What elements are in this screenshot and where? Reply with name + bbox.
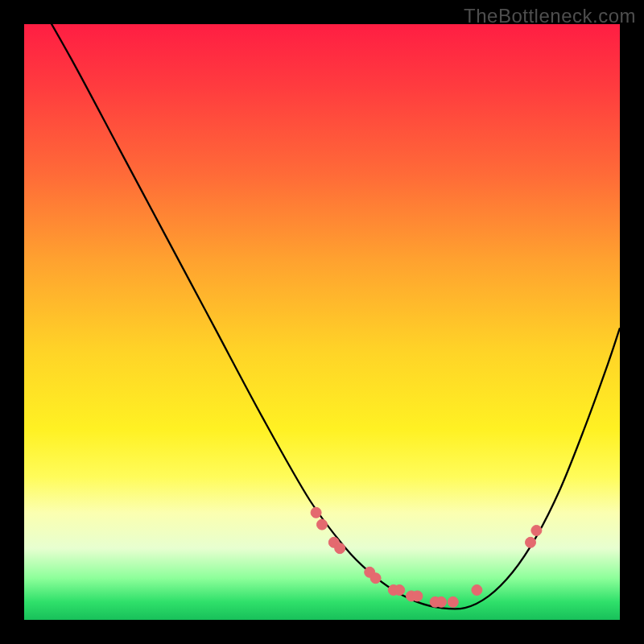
data-point	[335, 543, 345, 554]
data-point	[448, 597, 458, 607]
bottleneck-curve	[24, 0, 620, 609]
plot-area	[24, 24, 620, 620]
chart-svg	[24, 24, 620, 620]
data-point	[311, 507, 321, 518]
data-point	[394, 585, 405, 596]
chart-frame: TheBottleneck.com	[0, 0, 644, 644]
data-point	[412, 591, 423, 601]
data-point	[531, 526, 542, 536]
data-point	[370, 573, 381, 584]
watermark-text: TheBottleneck.com	[464, 5, 636, 27]
data-point	[472, 585, 482, 596]
data-point	[526, 537, 536, 547]
data-point	[436, 597, 447, 607]
data-point	[317, 519, 328, 530]
data-points-group	[311, 507, 542, 607]
